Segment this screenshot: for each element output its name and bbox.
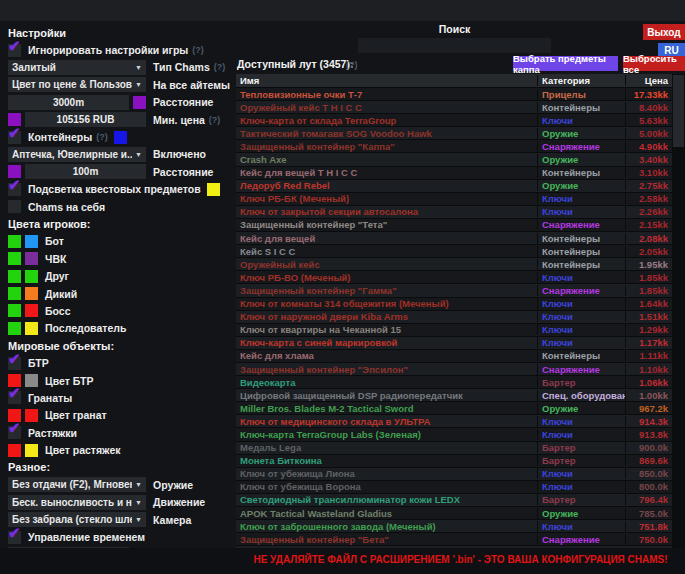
table-row[interactable]: Цифровой защищенный DSP радиопередатчикС… <box>236 389 672 402</box>
chevron-down-icon: ▼ <box>135 151 142 158</box>
tripwires-checkbox[interactable]: ✔ <box>8 426 21 439</box>
item-category: Оружие <box>537 154 625 165</box>
quest-highlight-checkbox[interactable]: ✔ <box>8 183 21 196</box>
player-color-swatch[interactable] <box>25 235 38 248</box>
item-price: 1.00kk <box>625 390 672 401</box>
table-row[interactable]: Ледоруб Red RebelОружие2.75kk <box>236 180 672 193</box>
ignore-game-settings-checkbox[interactable]: ✔ <box>8 44 21 57</box>
table-scrollbar[interactable] <box>672 74 685 548</box>
table-row[interactable]: Защищенный контейнер "Каппа"Снаряжение4.… <box>236 140 672 153</box>
player-color-swatch[interactable] <box>25 270 38 283</box>
weapon-dropdown[interactable]: Без отдачи (F2), Мгновенное п ▼ <box>8 477 146 492</box>
min-price-input[interactable]: 105156 RUB <box>25 112 146 127</box>
quest-color-swatch[interactable] <box>207 183 220 196</box>
color-mode-dropdown[interactable]: Цвет по цене & Пользователь ▼ <box>8 77 146 92</box>
visible-color-swatch[interactable] <box>8 304 21 317</box>
table-row[interactable]: Защищенный контейнер "Эпсилон"Снаряжение… <box>236 363 672 376</box>
table-row[interactable]: Ключ-карта с синей маркировкойКлючи1.17k… <box>236 337 672 350</box>
table-row[interactable]: APOK Tactical Wasteland GladiusОружие785… <box>236 507 672 520</box>
table-row[interactable]: Ключ-карта от склада TerraGroupКлючи5.63… <box>236 114 672 127</box>
item-name: Кейс для вещей T H I C C <box>236 167 537 178</box>
grenades-checkbox[interactable]: ✔ <box>8 391 21 404</box>
item-category: Ключи <box>537 272 625 283</box>
check-icon: ✔ <box>8 420 21 435</box>
column-header-name[interactable]: Имя <box>236 75 537 86</box>
player-color-swatch[interactable] <box>25 252 38 265</box>
item-name: Ключ-карта от склада TerraGroup <box>236 115 537 126</box>
player-color-row-scav: Дикий <box>8 285 234 302</box>
containers-filter-dropdown[interactable]: Аптечка, Ювелирные и... ▼ <box>8 147 146 162</box>
table-row[interactable]: Ключ от убежища ВоронаКлючи800.0k <box>236 481 672 494</box>
chams-self-checkbox[interactable] <box>8 200 21 213</box>
scrollbar-thumb[interactable] <box>673 75 684 147</box>
table-row[interactable]: Ключ от медицинского склада в УЛЬТРАКлюч… <box>236 415 672 428</box>
exit-button[interactable]: Выход <box>643 24 685 40</box>
player-color-swatch[interactable] <box>25 322 38 335</box>
loot-table: Имя Категория Цена Тепловизионные очки Т… <box>236 74 672 549</box>
table-row[interactable]: Crash AxeОружие3.40kk <box>236 153 672 166</box>
table-row[interactable]: Оружейный кейс T H I C CКонтейнеры8.40kk <box>236 101 672 114</box>
search-input[interactable] <box>358 38 551 53</box>
visible-color-swatch[interactable] <box>8 322 21 335</box>
distance-color-swatch[interactable] <box>133 96 146 109</box>
grenade-color-swatch-2[interactable] <box>25 409 38 422</box>
table-row[interactable]: Ключ от закрытой секции автосалонаКлючи2… <box>236 206 672 219</box>
table-row[interactable]: Монета БиткоинаБартер869.6k <box>236 455 672 468</box>
tripwire-color-row: Цвет растяжек <box>8 441 234 458</box>
table-row[interactable]: Оружейный кейсКонтейнеры1.95kk <box>236 258 672 271</box>
item-category: Контейнеры <box>537 259 625 270</box>
column-header-price[interactable]: Цена <box>625 75 672 86</box>
containers-checkbox[interactable]: ✔ <box>8 131 21 144</box>
containers-label: Контейнеры <box>28 131 92 143</box>
table-row[interactable]: Ключ от заброшенного завода (Меченый)Клю… <box>236 520 672 533</box>
table-row[interactable]: Кейс для вещей T H I C CКонтейнеры3.10kk <box>236 167 672 180</box>
table-row[interactable]: Защищенный контейнер "Гамма"Снаряжение1.… <box>236 284 672 297</box>
chams-type-dropdown[interactable]: Залитый ▼ <box>8 60 146 75</box>
table-row[interactable]: ВидеокартаБартер1.06kk <box>236 376 672 389</box>
visible-color-swatch[interactable] <box>8 235 21 248</box>
btr-label: БТР <box>28 357 49 369</box>
time-control-checkbox[interactable]: ✔ <box>8 531 21 544</box>
chevron-down-icon: ▼ <box>135 81 142 88</box>
btr-checkbox[interactable]: ✔ <box>8 357 21 370</box>
item-price: 967.2k <box>625 403 672 414</box>
player-color-label: Босс <box>45 305 71 317</box>
table-row[interactable]: Ключ от наружной двери Kiba ArmsКлючи1.5… <box>236 311 672 324</box>
tripwire-color-swatch-1[interactable] <box>8 444 21 457</box>
table-row[interactable]: Кейс для хламаКонтейнеры1.11kk <box>236 350 672 363</box>
item-price: 2.15kk <box>625 219 672 230</box>
visible-color-swatch[interactable] <box>8 287 21 300</box>
visible-color-swatch[interactable] <box>8 252 21 265</box>
distance-input[interactable]: 3000m <box>8 95 129 110</box>
btr-color-swatch-2[interactable] <box>25 374 38 387</box>
title-bar <box>0 0 685 21</box>
table-row[interactable]: Медаль LegaБартер900.0k <box>236 442 672 455</box>
table-row[interactable]: Ключ РБ-ВО (Меченый)Ключи1.85kk <box>236 271 672 284</box>
table-row[interactable]: Кейс S I C CКонтейнеры2.05kk <box>236 245 672 258</box>
containers-color-swatch[interactable] <box>114 131 127 144</box>
table-row[interactable]: Защищенный контейнер "Бета"Снаряжение750… <box>236 533 672 546</box>
table-row[interactable]: Ключ РБ-БК (Меченый)Ключи2.58kk <box>236 193 672 206</box>
item-category: Прицелы <box>537 89 625 100</box>
table-row[interactable]: Тепловизионные очки Т-7Прицелы17.33kk <box>236 88 672 101</box>
column-header-category[interactable]: Категория <box>537 75 625 86</box>
item-price: 796.4k <box>625 494 672 505</box>
table-row[interactable]: Ключ от квартиры на Чеканной 15Ключи1.29… <box>236 324 672 337</box>
camera-dropdown[interactable]: Без забрала (стекло шлема) ▼ <box>8 512 146 527</box>
table-row[interactable]: Кейс для вещейКонтейнеры2.08kk <box>236 232 672 245</box>
tripwire-color-swatch-2[interactable] <box>25 444 38 457</box>
table-row[interactable]: Тактический томагавк SOG Voodoo HawkОруж… <box>236 127 672 140</box>
table-row[interactable]: Ключ от комнаты 314 общежития (Меченый)К… <box>236 298 672 311</box>
container-distance-input[interactable]: 100m <box>25 164 146 179</box>
table-row[interactable]: Светодиодный трансиллюминатор кожи LEDXБ… <box>236 494 672 507</box>
movement-dropdown[interactable]: Беск. выносливость и нет уста ▼ <box>8 495 146 510</box>
player-color-swatch[interactable] <box>25 287 38 300</box>
table-row[interactable]: Miller Bros. Blades M-2 Tactical SwordОр… <box>236 402 672 415</box>
table-row[interactable]: Ключ-карта TerraGroup Labs (Зеленая)Ключ… <box>236 428 672 441</box>
select-kappa-items-button[interactable]: Выбрать предметы каппа <box>513 56 618 71</box>
table-row[interactable]: Защищенный контейнер "Тета"Снаряжение2.1… <box>236 219 672 232</box>
player-color-swatch[interactable] <box>25 304 38 317</box>
table-row[interactable]: Ключ от убежища ЛионаКлючи850.0k <box>236 468 672 481</box>
drop-all-button[interactable]: Выбросить все <box>623 56 685 71</box>
visible-color-swatch[interactable] <box>8 270 21 283</box>
